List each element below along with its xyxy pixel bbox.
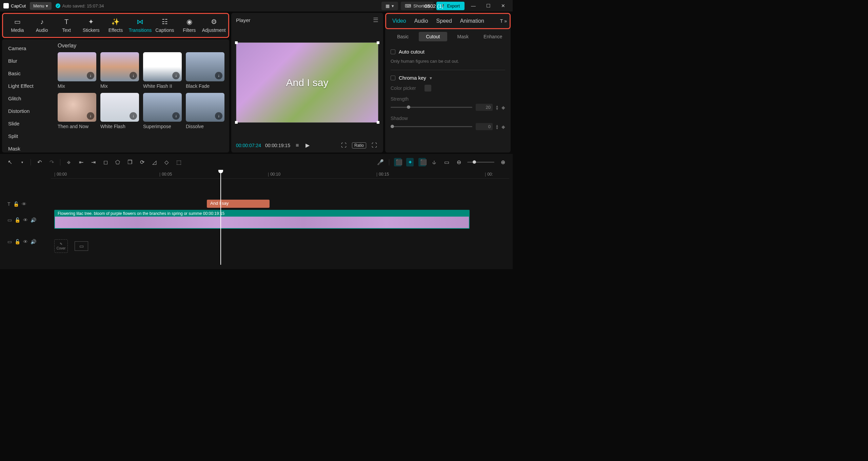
tool-tab-audio[interactable]: ♪Audio [29,17,54,34]
chevron-down-icon[interactable]: ▾ [18,160,26,164]
maximize-button[interactable]: ☐ [482,1,494,11]
undo-button[interactable]: ↶ [36,159,43,165]
sub-tab-enhance[interactable]: Enhance [479,32,508,41]
transition-thumb[interactable]: ↓White Flash II [143,52,182,89]
sub-tab-cutout[interactable]: Cutout [419,32,448,41]
redo-button[interactable]: ↷ [48,159,55,165]
category-distortion[interactable]: Distortion [2,105,53,117]
category-light-effect[interactable]: Light Effect [2,80,53,92]
shadow-stepper[interactable]: ▴▾ [496,124,498,129]
prop-tab-audio[interactable]: Audio [411,16,432,26]
transition-thumb[interactable]: ↓Then and Now [58,93,96,129]
text-clip[interactable]: And I say [207,200,270,208]
eye-icon[interactable]: 👁 [22,201,26,207]
timeline-tracks[interactable]: 00:0000:0500:1000:1500: And I say Flower… [51,170,509,265]
reverse-tool[interactable]: ⟳ [138,159,146,165]
speaker-icon[interactable]: 🔊 [31,217,36,223]
magnet-left-icon[interactable]: ⬛ [394,158,401,166]
hamburger-icon[interactable]: ☰ [373,16,378,24]
download-icon[interactable]: ↓ [215,112,222,120]
ratio-button[interactable]: Ratio [352,142,366,148]
chevron-right-icon[interactable]: » [504,18,507,24]
tool-tab-adjustment[interactable]: ⚙Adjustment [202,17,226,34]
category-blur[interactable]: Blur [2,55,53,67]
transition-thumb[interactable]: ↓Mix [58,52,96,89]
preview-tool[interactable]: ▭ [443,159,450,165]
trim-left-tool[interactable]: ⇤ [77,159,85,165]
shadow-slider[interactable] [391,126,472,127]
sub-tab-basic[interactable]: Basic [389,32,417,41]
align-tool[interactable]: ⫝ [431,159,438,165]
zoom-slider[interactable] [467,162,494,163]
crop2-tool[interactable]: ⬚ [175,159,182,165]
sub-tab-mask[interactable]: Mask [449,32,477,41]
lock-icon[interactable]: 🔓 [13,201,19,207]
prop-tab-speed[interactable]: Speed [433,16,455,26]
close-button[interactable]: ✕ [497,1,509,11]
mirror-tool[interactable]: ◿ [151,159,158,165]
magnet-center-icon[interactable]: ✦ [406,158,414,166]
focus-icon[interactable]: ⛶ [340,142,348,149]
tool-tab-filters[interactable]: ◉Filters [177,17,201,34]
prop-tab-animation[interactable]: Animation [457,16,488,26]
category-mask[interactable]: Mask [2,142,53,153]
shadow-value[interactable]: 0 [476,123,493,130]
rotate-tool[interactable]: ◇ [163,159,170,165]
transition-thumb[interactable]: ↓Black Fade [186,52,224,89]
download-icon[interactable]: ↓ [87,112,94,120]
handle-tr[interactable] [377,41,379,44]
layout-button[interactable]: ▦ ▾ [381,2,398,10]
mic-icon[interactable]: 🎤 [377,159,384,165]
playhead[interactable] [220,170,221,265]
zoom-out-button[interactable]: ⊖ [455,159,462,165]
tool-tab-effects[interactable]: ✨Effects [103,17,128,34]
download-icon[interactable]: ↓ [172,72,180,79]
copy-tool[interactable]: ❐ [126,159,134,165]
category-glitch[interactable]: Glitch [2,92,53,105]
crop-tool[interactable]: ◻ [102,159,109,165]
strength-slider[interactable] [391,107,472,108]
category-basic[interactable]: Basic [2,67,53,80]
film-icon[interactable]: ▭ [75,241,88,251]
magnet-right-icon[interactable]: ⬛ [418,158,426,166]
category-camera[interactable]: Camera [2,42,53,55]
fullscreen-icon[interactable]: ⛶ [370,142,378,149]
strength-value[interactable]: 20 [476,104,493,111]
strength-stepper[interactable]: ▴▾ [496,105,498,110]
pointer-tool[interactable]: ↖ [6,159,14,165]
handle-br[interactable] [377,121,379,124]
keyframe-icon[interactable]: ◆ [501,105,505,110]
download-icon[interactable]: ↓ [172,112,180,120]
minimize-button[interactable]: — [467,1,479,11]
tool-tab-text[interactable]: TText [54,17,79,34]
category-slide[interactable]: Slide [2,117,53,130]
video-clip[interactable]: Flowering lilac tree. bloom of purple fl… [54,210,470,229]
preview-frame[interactable]: And I say [236,42,378,122]
menu-button[interactable]: Menu ▾ [30,2,52,10]
trim-right-tool[interactable]: ⇥ [90,159,97,165]
split-tool[interactable]: ⎆ [65,159,73,165]
eye-icon[interactable]: 👁 [23,239,28,244]
download-icon[interactable]: ↓ [130,72,137,79]
color-swatch[interactable] [425,85,431,92]
zoom-in-button[interactable]: ⊕ [499,159,507,165]
auto-cutout-checkbox[interactable] [391,49,395,54]
handle-tl[interactable] [235,41,238,44]
transition-thumb[interactable]: ↓White Flash [100,93,139,129]
download-icon[interactable]: ↓ [215,72,222,79]
tool-tab-transitions[interactable]: ⋈Transitions [128,17,152,34]
download-icon[interactable]: ↓ [130,112,137,120]
player-viewport[interactable]: And I say [231,27,383,138]
lock-icon[interactable]: 🔓 [15,217,20,223]
tool-tab-media[interactable]: ▭Media [5,17,29,34]
keyframe-icon[interactable]: ◆ [501,124,505,129]
play-button[interactable]: ▶ [304,141,311,149]
chroma-key-checkbox[interactable] [391,76,395,80]
transition-thumb[interactable]: ↓Mix [100,52,139,89]
cover-button[interactable]: ✎ Cover [54,239,68,253]
tool-tab-stickers[interactable]: ✦Stickers [79,17,103,34]
list-icon[interactable]: ≡ [294,142,300,149]
speaker-icon[interactable]: 🔊 [31,239,36,244]
lock-icon[interactable]: 🔓 [15,239,20,244]
eye-icon[interactable]: 👁 [23,217,28,223]
